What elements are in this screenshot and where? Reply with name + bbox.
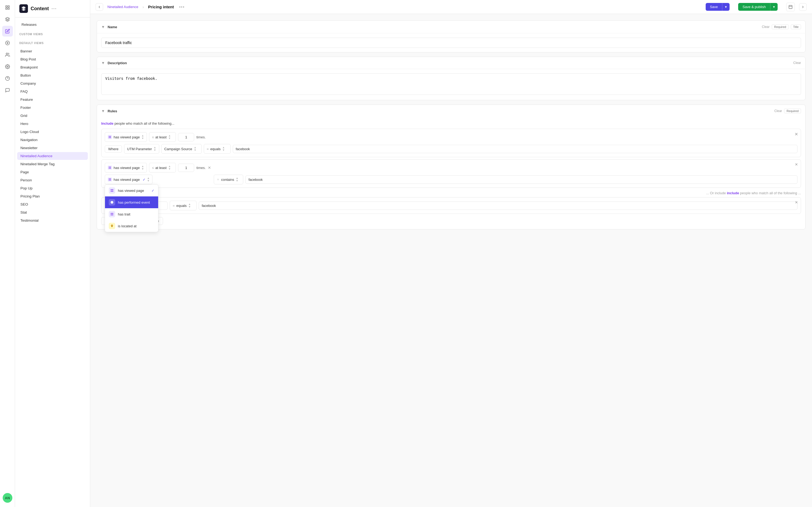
sidebar-item-feature[interactable]: Feature xyxy=(17,96,88,103)
sidebar-item-pricing-plan[interactable]: Pricing Plan xyxy=(17,192,88,200)
rules-required-badge[interactable]: Required xyxy=(784,109,801,113)
description-textarea[interactable]: Visitors from facebook. xyxy=(101,73,801,95)
description-section-label: Description xyxy=(108,61,793,65)
sidebar-item-footer[interactable]: Footer xyxy=(17,104,88,112)
rules-section-arrow[interactable]: ▼ xyxy=(101,109,105,113)
sidebar-item-hero[interactable]: Hero xyxy=(17,120,88,128)
sidebar-item-seo[interactable]: SEO xyxy=(17,201,88,208)
sidebar-item-testimonial[interactable]: Testimonial xyxy=(17,217,88,224)
sidebar-item-popup[interactable]: Pop Up xyxy=(17,184,88,192)
sidebar: Content ••• Releases CUSTOM VIEWS DEFAUL… xyxy=(15,0,90,507)
svg-marker-6 xyxy=(7,42,8,44)
layout-button[interactable] xyxy=(786,3,795,11)
rules-clear-link[interactable]: Clear xyxy=(774,109,782,113)
edit-icon[interactable] xyxy=(2,26,13,37)
save-dropdown-button[interactable]: ▾ xyxy=(722,3,730,11)
rule-2-condition-select[interactable]: has viewed page ▲▼ xyxy=(105,163,147,172)
breadcrumb-separator: › xyxy=(142,5,144,9)
sidebar-item-stat[interactable]: Stat xyxy=(17,209,88,216)
sidebar-item-releases[interactable]: Releases xyxy=(18,21,87,29)
collapse-sidebar-button[interactable] xyxy=(96,3,103,11)
rule-2-sub-condition-select[interactable]: has viewed page ✓ ▲▼ xyxy=(105,175,152,184)
rule-2-text-input[interactable] xyxy=(245,175,798,184)
sidebar-item-banner[interactable]: Banner xyxy=(17,47,88,55)
breadcrumb-link[interactable]: Ninetailed Audience xyxy=(108,5,138,9)
users-icon[interactable] xyxy=(2,49,13,60)
user-avatar[interactable]: AN xyxy=(3,493,12,503)
rule-1-comparison-select[interactable]: ≤ at least ▲▼ xyxy=(149,132,176,142)
rule-3-equals-select[interactable]: = equals ▲▼ xyxy=(170,201,197,210)
rule-1-utm-select[interactable]: UTM Parameter ▲▼ xyxy=(124,144,159,154)
link-icon[interactable] xyxy=(2,38,13,48)
save-publish-dropdown-button[interactable]: ▾ xyxy=(770,3,777,11)
save-publish-button-group: Save & publish ▾ xyxy=(738,3,777,11)
or-include-keyword[interactable]: include xyxy=(727,191,739,195)
rules-section-body: Include people who match all of the foll… xyxy=(97,117,805,229)
sidebar-item-grid[interactable]: Grid xyxy=(17,112,88,120)
rule-2-value-input[interactable] xyxy=(178,164,194,172)
layers-icon[interactable] xyxy=(2,14,13,25)
sidebar-item-ninetailed-audience[interactable]: Ninetailed Audience xyxy=(17,152,88,160)
rule-3-row: has trait ▲▼ = equals ▲▼ xyxy=(105,201,798,210)
rule-2-row-close[interactable]: ✕ xyxy=(208,166,211,170)
name-section: ▼ Name Clear Required Title xyxy=(97,20,806,52)
name-section-arrow[interactable]: ▼ xyxy=(101,25,105,29)
home-icon[interactable] xyxy=(2,2,13,13)
default-views-label: DEFAULT VIEWS xyxy=(19,42,86,45)
has-viewed-page-check: ✓ xyxy=(151,188,154,193)
svg-rect-24 xyxy=(110,180,111,180)
sidebar-item-blog-post[interactable]: Blog Post xyxy=(17,55,88,63)
sidebar-item-breakpoint[interactable]: Breakpoint xyxy=(17,63,88,71)
sidebar-item-ninetailed-merge-tag[interactable]: Ninetailed Merge Tag xyxy=(17,160,88,168)
rule-2-contains-select[interactable]: contains ▲▼ xyxy=(214,175,243,184)
svg-rect-21 xyxy=(109,178,110,179)
svg-rect-15 xyxy=(109,137,110,138)
rule-1-text-input[interactable] xyxy=(233,145,798,153)
sidebar-item-page[interactable]: Page xyxy=(17,168,88,176)
name-section-body xyxy=(97,33,805,52)
right-collapse-button[interactable] xyxy=(799,3,807,11)
sidebar-item-faq[interactable]: FAQ xyxy=(17,88,88,95)
dropdown-item-has-viewed-page[interactable]: has viewed page ✓ xyxy=(105,184,158,196)
rule-1-equals-select[interactable]: = equals ▲▼ xyxy=(204,144,231,154)
sidebar-item-newsletter[interactable]: Newsletter xyxy=(17,144,88,152)
app-logo xyxy=(19,4,28,13)
name-title-badge[interactable]: Title xyxy=(791,24,801,29)
rule-block-2-close[interactable]: ✕ xyxy=(795,162,798,167)
settings-icon[interactable] xyxy=(2,61,13,72)
name-required-badge[interactable]: Required xyxy=(772,24,789,29)
sidebar-item-logo-cloud[interactable]: Logo Cloud xyxy=(17,128,88,136)
rule-1-value-input[interactable] xyxy=(178,133,194,141)
rule-2-comparison-select[interactable]: ≤ at least ▲▼ xyxy=(149,163,176,172)
topbar-dots[interactable]: ••• xyxy=(179,5,185,9)
save-publish-button[interactable]: Save & publish xyxy=(738,3,770,11)
description-clear-link[interactable]: Clear xyxy=(793,61,801,65)
name-input[interactable] xyxy=(101,38,801,48)
rule-block-3-close[interactable]: ✕ xyxy=(795,200,798,205)
message-icon[interactable] xyxy=(2,85,13,96)
sidebar-item-button[interactable]: Button xyxy=(17,71,88,79)
name-section-header: ▼ Name Clear Required Title xyxy=(97,21,805,33)
sidebar-item-company[interactable]: Company xyxy=(17,79,88,87)
dropdown-item-has-trait[interactable]: has trait xyxy=(105,208,158,220)
svg-rect-34 xyxy=(111,214,112,216)
rule-1-campaign-select[interactable]: Campaign Source ▲▼ xyxy=(162,144,202,154)
dropdown-menu: has viewed page ✓ has performed event xyxy=(105,184,159,232)
releases-section: Releases xyxy=(15,17,90,30)
name-clear-link[interactable]: Clear xyxy=(762,25,769,29)
description-section-header: ▼ Description Clear xyxy=(97,57,805,69)
dropdown-item-has-performed-event[interactable]: has performed event xyxy=(105,196,158,208)
app-title-dots[interactable]: ••• xyxy=(52,7,57,11)
rule-3-text-input[interactable] xyxy=(199,202,798,210)
svg-rect-28 xyxy=(112,191,113,192)
save-button[interactable]: Save xyxy=(706,3,722,11)
svg-point-7 xyxy=(6,53,7,55)
rule-block-1-close[interactable]: ✕ xyxy=(795,132,798,137)
description-section-arrow[interactable]: ▼ xyxy=(101,61,105,65)
help-icon[interactable] xyxy=(2,73,13,84)
rules-section: ▼ Rules Clear Required Include people wh… xyxy=(97,105,806,229)
sidebar-item-navigation[interactable]: Navigation xyxy=(17,136,88,144)
sidebar-item-person[interactable]: Person xyxy=(17,176,88,184)
rule-1-condition-select[interactable]: has viewed page ▲▼ xyxy=(105,132,147,142)
dropdown-item-is-located-at[interactable]: is located at xyxy=(105,220,158,232)
